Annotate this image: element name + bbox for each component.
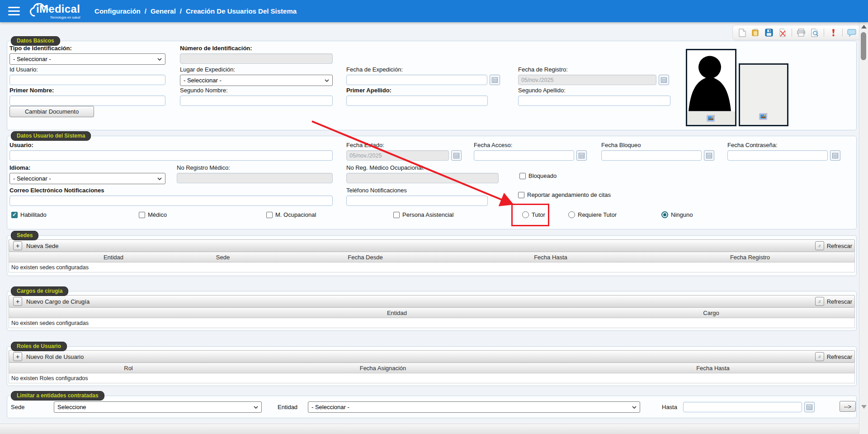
checkbox-icon [266, 212, 273, 218]
add-icon[interactable]: + [13, 352, 22, 361]
checkbox-icon [393, 212, 400, 218]
refresh-icon[interactable] [815, 297, 824, 306]
hasta-label: Hasta [662, 404, 677, 410]
user-photo-placeholder[interactable] [686, 49, 736, 126]
chevron-down-icon [157, 58, 162, 61]
new-document-icon[interactable] [737, 28, 746, 37]
hasta-input[interactable] [683, 402, 802, 412]
breadcrumb-item[interactable]: Configuración [94, 7, 141, 15]
calendar-icon[interactable] [576, 150, 587, 161]
calendar-icon[interactable] [490, 75, 500, 85]
add-icon[interactable]: + [13, 297, 22, 306]
roles-empty-row: No existen Roles configurados [9, 373, 855, 383]
refrescar-button[interactable]: Refrescar [815, 241, 852, 250]
vertical-scrollbar[interactable] [859, 22, 868, 434]
sedes-toolbar: + Nueva Sede Refrescar [9, 239, 855, 252]
calendar-icon[interactable] [451, 150, 462, 161]
segundo-apellido-input[interactable] [518, 95, 670, 106]
app-logo: iMedical Tecnología en salud [28, 3, 80, 19]
primer-apellido-input[interactable] [346, 95, 488, 106]
refrescar-button[interactable]: Refrescar [815, 297, 852, 306]
transfer-arrow-button[interactable]: --> [840, 401, 856, 412]
lugar-expedicion-select[interactable]: - Seleccionar - [180, 75, 333, 86]
roles-table-header: Rol Fecha Asignación Fecha Hasta [9, 363, 855, 373]
breadcrumb-item[interactable]: General [151, 7, 176, 15]
nuevo-rol-button[interactable]: Nuevo Rol de Usuario [26, 353, 84, 360]
habilitado-checkbox[interactable]: Habilitado [11, 211, 47, 218]
idioma-select[interactable]: - Seleccionar - [9, 173, 165, 184]
usuario-input[interactable] [9, 150, 333, 161]
entidad-label: Entidad [278, 404, 297, 410]
lugar-expedicion-label: Lugar de Expedición: [180, 66, 333, 73]
calendar-icon[interactable] [704, 150, 714, 161]
column-header: Fecha Hasta [696, 365, 730, 372]
calendar-icon[interactable] [830, 150, 840, 161]
fecha-contrasena-input[interactable] [727, 150, 828, 161]
calendar-icon[interactable] [659, 75, 669, 85]
reportar-agendamiento-checkbox[interactable]: Reportar agendamiento de citas [518, 191, 611, 198]
no-registro-medico-input[interactable] [177, 173, 333, 183]
persona-asistencial-checkbox[interactable]: Persona Asistencial [393, 211, 453, 218]
checkbox-checked-icon [11, 212, 18, 218]
cambiar-documento-button[interactable]: Cambiar Documento [9, 106, 94, 117]
refresh-icon[interactable] [815, 352, 824, 361]
chevron-down-icon [325, 79, 329, 82]
column-header: Entidad [387, 310, 407, 316]
tipo-identificacion-select[interactable]: - Seleccionar - [9, 53, 165, 65]
toolbar-separator [842, 29, 843, 37]
add-icon[interactable]: + [13, 241, 22, 250]
segundo-nombre-input[interactable] [180, 95, 333, 106]
roles-toolbar: + Nuevo Rol de Usuario Refrescar [9, 350, 855, 363]
picture-icon[interactable] [707, 114, 716, 122]
fecha-bloqueo-input[interactable] [601, 150, 702, 161]
section-badge: Datos Básicos [11, 36, 60, 46]
section-badge: Roles de Usuario [11, 342, 67, 351]
numero-identificacion-input[interactable] [180, 53, 333, 64]
no-registro-medico-label: No Registro Médico: [177, 164, 333, 171]
primer-nombre-input[interactable] [9, 95, 165, 106]
id-usuario-input[interactable] [9, 75, 165, 85]
ninguno-radio[interactable]: Ninguno [661, 211, 693, 218]
column-header: Sede [216, 254, 230, 261]
no-reg-medico-ocupacional-input[interactable] [346, 173, 499, 183]
medico-checkbox[interactable]: Médico [139, 211, 167, 218]
requiere-tutor-radio[interactable]: Requiere Tutor [568, 211, 617, 218]
tutor-radio[interactable]: Tutor [522, 211, 545, 218]
idioma-label: Idioma: [9, 164, 165, 171]
correo-notificaciones-input[interactable] [9, 196, 333, 206]
scroll-down-icon[interactable] [861, 405, 867, 409]
picture-icon[interactable] [759, 113, 768, 120]
sede-select[interactable]: Seleccione [54, 401, 262, 413]
breadcrumb-item[interactable]: Creación De Usuarios Del Sistema [186, 7, 297, 15]
telefono-notificaciones-input[interactable] [346, 196, 488, 206]
fecha-registro-input[interactable] [518, 75, 656, 85]
entidad-select[interactable]: - Seleccionar - [308, 401, 640, 413]
refresh-icon[interactable] [815, 241, 824, 250]
comment-icon[interactable] [847, 28, 856, 37]
fecha-estado-input[interactable] [346, 150, 449, 161]
calendar-icon[interactable] [804, 402, 815, 412]
action-toolbar [732, 25, 861, 40]
preview-icon[interactable] [810, 28, 819, 37]
refrescar-button[interactable]: Refrescar [815, 352, 852, 361]
horizontal-scroll-area[interactable] [0, 424, 859, 434]
fecha-expedicion-label: Fecha de Expedición: [346, 66, 500, 73]
nueva-sede-button[interactable]: Nueva Sede [26, 243, 59, 249]
bloqueado-checkbox[interactable]: Bloqueado [519, 172, 557, 179]
section-limitar-entidades: Limitar a entidades contratadas Sede Sel… [7, 396, 857, 418]
radio-icon [522, 211, 529, 218]
nuevo-cargo-button[interactable]: Nuevo Cargo de Cirugía [26, 298, 90, 305]
brand-tagline: Tecnología en salud [50, 15, 80, 19]
delete-icon[interactable] [778, 28, 787, 37]
print-icon[interactable] [797, 28, 806, 37]
m-ocupacional-checkbox[interactable]: M. Ocupacional [266, 211, 316, 218]
fecha-expedicion-input[interactable] [346, 75, 487, 85]
save-icon[interactable] [764, 28, 774, 37]
open-folder-icon[interactable] [751, 28, 760, 37]
warning-icon[interactable] [829, 28, 838, 37]
menu-icon[interactable] [8, 7, 20, 15]
signature-placeholder[interactable] [739, 63, 788, 126]
scrollbar-thumb[interactable] [861, 32, 866, 60]
fecha-acceso-input[interactable] [474, 150, 574, 161]
scroll-up-icon[interactable] [861, 25, 867, 29]
